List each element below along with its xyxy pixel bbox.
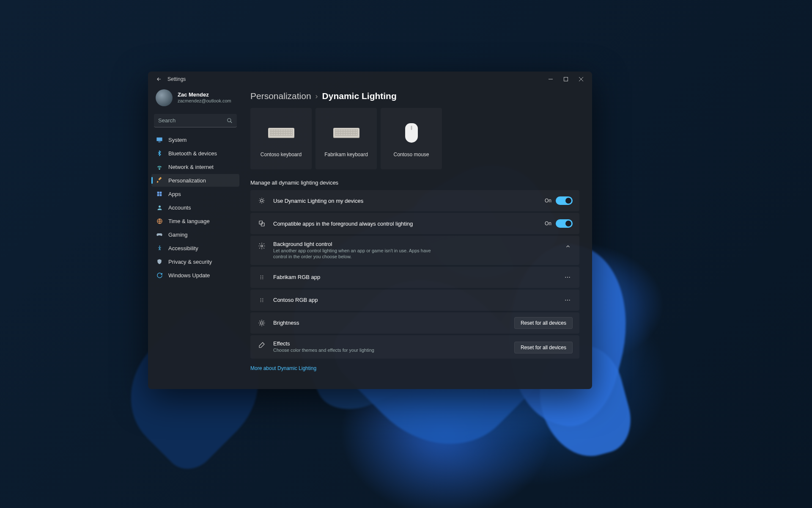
chevron-up-icon[interactable]: [563, 243, 573, 249]
svg-rect-7: [158, 142, 160, 142]
drag-handle-icon[interactable]: [257, 297, 266, 303]
sidebar-item-gaming[interactable]: Gaming: [151, 228, 239, 241]
svg-point-34: [262, 301, 263, 302]
update-icon: [156, 271, 163, 279]
svg-point-8: [159, 168, 160, 169]
sidebar-item-time-language[interactable]: Time & language: [151, 215, 239, 227]
setting-use-dynamic-lighting: Use Dynamic Lighting on my devices On: [250, 190, 579, 211]
nav-label: Accessibility: [168, 245, 198, 251]
setting-brightness[interactable]: Brightness Reset for all devices: [250, 312, 579, 334]
more-button[interactable]: [562, 274, 573, 281]
apps-foreground-icon: [257, 220, 266, 227]
svg-rect-12: [160, 194, 162, 196]
globe-icon: [156, 217, 163, 225]
sidebar-item-windows-update[interactable]: Windows Update: [151, 269, 239, 282]
user-email: zacmendez@outlook.com: [178, 98, 231, 104]
toggle-state: On: [545, 198, 551, 204]
sidebar-item-system[interactable]: System: [151, 133, 239, 146]
search-placeholder: Search: [158, 117, 227, 124]
setting-title: Compatible apps in the foreground always…: [273, 221, 538, 227]
sidebar: Zac Mendez zacmendez@outlook.com Search …: [148, 87, 243, 389]
user-profile[interactable]: Zac Mendez zacmendez@outlook.com: [151, 87, 239, 111]
avatar: [156, 89, 173, 106]
monitor-icon: [156, 136, 163, 144]
svg-rect-11: [157, 194, 159, 196]
svg-point-25: [262, 278, 263, 279]
keyboard-icon: [333, 120, 359, 146]
effects-icon: [257, 342, 266, 348]
sidebar-item-apps[interactable]: Apps: [151, 188, 239, 200]
svg-point-15: [159, 246, 160, 247]
svg-rect-17: [259, 221, 263, 224]
svg-point-24: [261, 278, 261, 279]
search-input[interactable]: Search: [154, 114, 237, 127]
close-button[interactable]: [573, 72, 589, 87]
search-icon: [227, 118, 233, 124]
svg-point-30: [262, 298, 263, 299]
drag-handle-icon[interactable]: [257, 274, 266, 280]
device-card-contoso-mouse[interactable]: Contoso mouse: [381, 108, 442, 169]
toggle-use-dynamic[interactable]: [556, 196, 573, 205]
nav-label: Network & internet: [168, 164, 214, 170]
section-label: Manage all dynamic lighting devices: [250, 179, 579, 186]
svg-point-27: [567, 277, 568, 278]
sidebar-item-personalization[interactable]: Personalization: [151, 174, 239, 187]
settings-list: Use Dynamic Lighting on my devices On Co…: [250, 190, 579, 359]
bg-app-item[interactable]: Fabrikam RGB app: [250, 267, 579, 288]
svg-rect-9: [157, 192, 159, 194]
back-button[interactable]: [151, 76, 167, 82]
devices-row: Contoso keyboard Fabrikam keyboard Conto…: [250, 108, 579, 169]
keyboard-icon: [268, 120, 294, 146]
learn-more-link[interactable]: More about Dynamic Lighting: [250, 365, 579, 371]
sidebar-item-bluetooth[interactable]: Bluetooth & devices: [151, 147, 239, 160]
svg-point-29: [261, 298, 261, 299]
grid-icon: [156, 190, 163, 198]
sidebar-item-network[interactable]: Network & internet: [151, 160, 239, 173]
bluetooth-icon: [156, 149, 163, 157]
device-card-contoso-keyboard[interactable]: Contoso keyboard: [250, 108, 312, 169]
nav-label: Privacy & security: [168, 259, 212, 265]
sidebar-item-accounts[interactable]: Accounts: [151, 201, 239, 214]
nav-label: Windows Update: [168, 272, 210, 279]
reset-effects-button[interactable]: Reset for all devices: [514, 342, 573, 353]
setting-background-light-control[interactable]: Background light control Let another app…: [250, 236, 579, 265]
app-name: Contoso RGB app: [273, 297, 556, 303]
minimize-button[interactable]: [543, 72, 558, 87]
toggle-compatible-apps[interactable]: [556, 219, 573, 228]
svg-point-23: [262, 277, 263, 278]
reset-brightness-button[interactable]: Reset for all devices: [514, 317, 573, 329]
gear-light-icon: [257, 242, 266, 250]
device-card-fabrikam-keyboard[interactable]: Fabrikam keyboard: [315, 108, 377, 169]
sidebar-item-accessibility[interactable]: Accessibility: [151, 242, 239, 254]
svg-point-4: [228, 118, 231, 121]
nav-label: Personalization: [168, 177, 206, 184]
device-label: Contoso keyboard: [261, 152, 302, 157]
main-content: Personalization › Dynamic Lighting Conto…: [243, 87, 592, 389]
wifi-icon: [156, 163, 163, 171]
setting-title: Brightness: [273, 320, 508, 326]
more-button[interactable]: [562, 297, 573, 304]
toggle-state: On: [545, 221, 551, 226]
mouse-icon: [405, 120, 418, 146]
svg-rect-18: [261, 223, 265, 226]
back-arrow-icon: [156, 76, 162, 82]
setting-title: Use Dynamic Lighting on my devices: [273, 198, 538, 204]
setting-description: Let another app control lighting when an…: [273, 248, 434, 260]
svg-point-13: [159, 205, 161, 207]
nav-label: Accounts: [168, 204, 191, 211]
sidebar-item-privacy[interactable]: Privacy & security: [151, 255, 239, 268]
maximize-button[interactable]: [558, 72, 573, 87]
app-name: Fabrikam RGB app: [273, 274, 556, 280]
svg-point-16: [261, 199, 263, 202]
person-icon: [156, 204, 163, 211]
svg-point-32: [262, 300, 263, 301]
svg-point-20: [261, 275, 261, 276]
setting-description: Choose color themes and effects for your…: [273, 347, 508, 353]
breadcrumb-parent[interactable]: Personalization: [250, 91, 311, 101]
device-label: Contoso mouse: [393, 152, 429, 157]
bg-app-item[interactable]: Contoso RGB app: [250, 290, 579, 311]
titlebar: Settings: [148, 72, 592, 87]
chevron-right-icon: ›: [315, 92, 318, 101]
nav-label: Gaming: [168, 232, 188, 238]
setting-effects[interactable]: Effects Choose color themes and effects …: [250, 335, 579, 359]
